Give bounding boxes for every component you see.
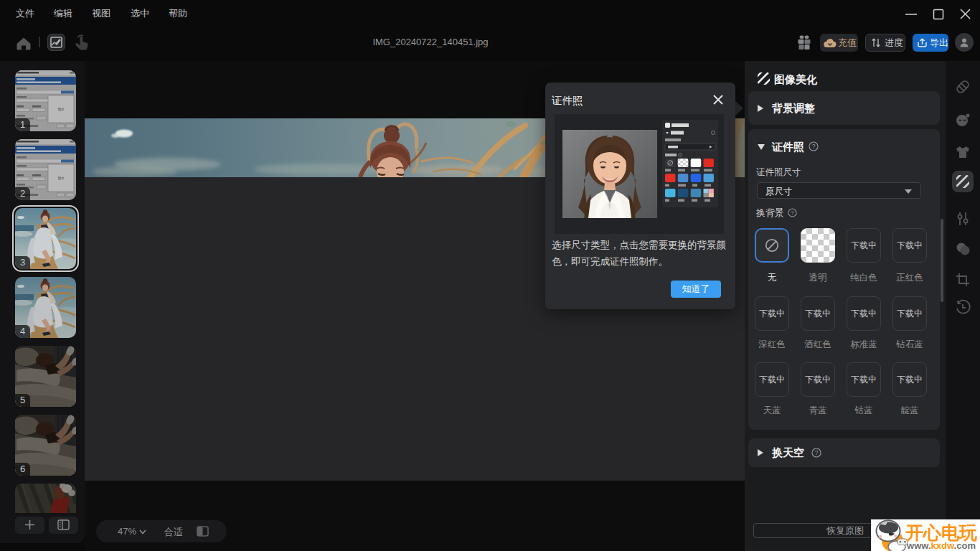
svg-text:?: ? (791, 209, 794, 216)
svg-text:?: ? (815, 449, 819, 456)
svg-text:www.kxdw.com: www.kxdw.com (906, 540, 976, 551)
svg-text:?: ? (812, 143, 816, 150)
